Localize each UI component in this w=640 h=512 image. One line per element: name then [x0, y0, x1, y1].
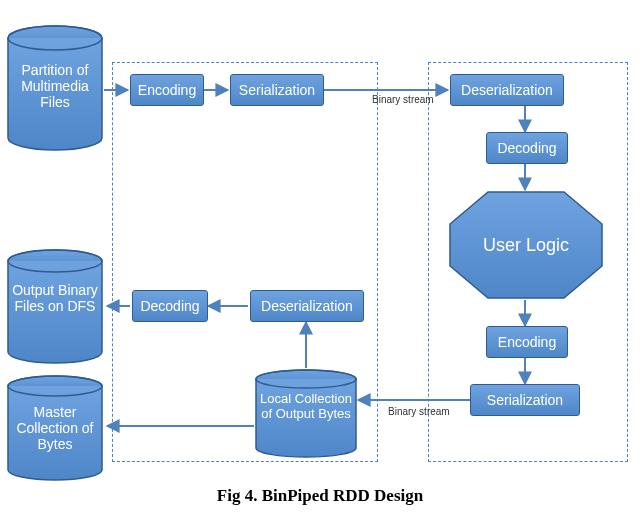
node-decoding-top: Decoding — [486, 132, 568, 164]
cylinder-master-bytes-label: Master Collection of Bytes — [6, 404, 104, 452]
figure-caption: Fig 4. BinPiped RDD Design — [0, 486, 640, 506]
edge-label-binary-stream-bot: Binary stream — [388, 406, 450, 417]
cylinder-partition: Partition of Multimedia Files — [6, 24, 104, 152]
node-encoding-top: Encoding — [130, 74, 204, 106]
node-label: User Logic — [483, 235, 569, 256]
node-deserialization-left: Deserialization — [250, 290, 364, 322]
node-encoding-bot: Encoding — [486, 326, 568, 358]
cylinder-local-bytes: Local Collection of Output Bytes — [254, 368, 358, 460]
node-label: Deserialization — [261, 298, 353, 314]
cylinder-output-binary-label: Output Binary Files on DFS — [6, 282, 104, 314]
cylinder-partition-label: Partition of Multimedia Files — [6, 62, 104, 110]
node-serialization-bot: Serialization — [470, 384, 580, 416]
node-deserialization-top: Deserialization — [450, 74, 564, 106]
node-serialization-top: Serialization — [230, 74, 324, 106]
figure-caption-text: Fig 4. BinPiped RDD Design — [217, 486, 423, 505]
node-label: Encoding — [498, 334, 556, 350]
cylinder-output-binary: Output Binary Files on DFS — [6, 248, 104, 366]
node-decoding-left: Decoding — [132, 290, 208, 322]
node-label: Decoding — [497, 140, 556, 156]
cylinder-master-bytes: Master Collection of Bytes — [6, 374, 104, 482]
node-label: Serialization — [239, 82, 315, 98]
edge-label-binary-stream-top: Binary stream — [372, 94, 434, 105]
diagram-canvas: Partition of Multimedia Files Output Bin… — [0, 0, 640, 512]
cylinder-local-bytes-label: Local Collection of Output Bytes — [254, 392, 358, 422]
node-label: Decoding — [140, 298, 199, 314]
node-user-logic: User Logic — [448, 190, 604, 300]
node-label: Serialization — [487, 392, 563, 408]
node-label: Deserialization — [461, 82, 553, 98]
node-label: Encoding — [138, 82, 196, 98]
